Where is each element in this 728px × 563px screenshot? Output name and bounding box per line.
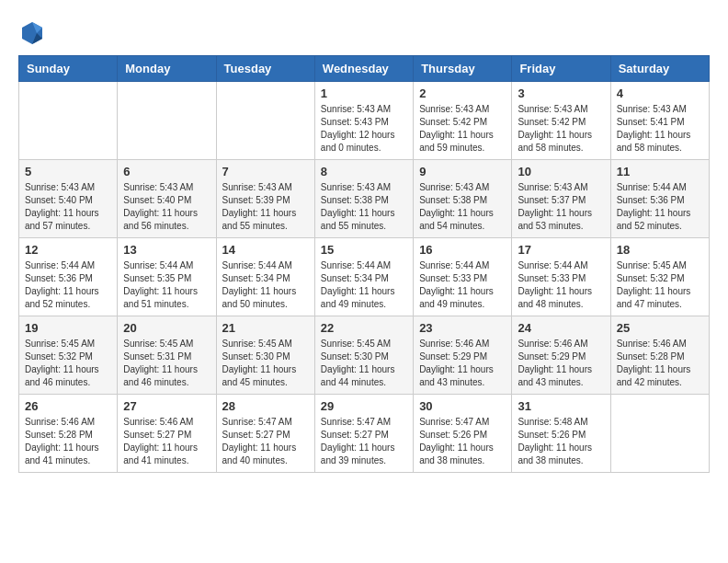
calendar-cell: 30Sunrise: 5:47 AM Sunset: 5:26 PM Dayli… — [414, 395, 512, 473]
day-number: 11 — [617, 165, 703, 178]
calendar-cell — [19, 82, 118, 160]
calendar-week-row: 12Sunrise: 5:44 AM Sunset: 5:36 PM Dayli… — [19, 238, 710, 316]
day-number: 12 — [25, 243, 111, 257]
day-number: 24 — [518, 321, 604, 335]
calendar-cell: 27Sunrise: 5:46 AM Sunset: 5:27 PM Dayli… — [118, 395, 216, 473]
weekday-header: Wednesday — [314, 56, 413, 82]
weekday-header: Sunday — [19, 56, 118, 82]
day-number: 20 — [123, 321, 210, 335]
day-number: 31 — [518, 399, 604, 413]
day-number: 1 — [321, 86, 407, 100]
calendar-cell: 20Sunrise: 5:45 AM Sunset: 5:31 PM Dayli… — [118, 316, 216, 395]
day-info: Sunrise: 5:44 AM Sunset: 5:34 PM Dayligh… — [222, 259, 309, 311]
day-info: Sunrise: 5:44 AM Sunset: 5:34 PM Dayligh… — [321, 259, 407, 311]
weekday-header: Saturday — [610, 56, 709, 82]
weekday-header: Monday — [118, 56, 216, 82]
day-number: 29 — [321, 399, 407, 413]
day-info: Sunrise: 5:48 AM Sunset: 5:26 PM Dayligh… — [518, 416, 604, 467]
calendar-cell: 19Sunrise: 5:45 AM Sunset: 5:32 PM Dayli… — [19, 316, 118, 395]
svg-marker-0 — [22, 22, 42, 44]
calendar-cell: 29Sunrise: 5:47 AM Sunset: 5:27 PM Dayli… — [314, 395, 413, 473]
calendar-cell: 26Sunrise: 5:46 AM Sunset: 5:28 PM Dayli… — [19, 395, 118, 473]
calendar-cell: 8Sunrise: 5:43 AM Sunset: 5:38 PM Daylig… — [314, 160, 413, 238]
calendar-week-row: 5Sunrise: 5:43 AM Sunset: 5:40 PM Daylig… — [19, 160, 710, 238]
calendar-cell: 3Sunrise: 5:43 AM Sunset: 5:42 PM Daylig… — [512, 82, 610, 160]
weekday-header: Friday — [512, 56, 610, 82]
day-number: 30 — [419, 399, 506, 413]
day-info: Sunrise: 5:43 AM Sunset: 5:40 PM Dayligh… — [25, 181, 111, 233]
calendar-header-row: SundayMondayTuesdayWednesdayThursdayFrid… — [19, 56, 710, 82]
calendar-cell: 24Sunrise: 5:46 AM Sunset: 5:29 PM Dayli… — [512, 316, 610, 395]
calendar-table: SundayMondayTuesdayWednesdayThursdayFrid… — [18, 55, 710, 473]
calendar-week-row: 1Sunrise: 5:43 AM Sunset: 5:43 PM Daylig… — [19, 82, 710, 160]
day-number: 5 — [25, 165, 111, 178]
day-number: 10 — [518, 165, 604, 178]
weekday-header: Tuesday — [216, 56, 314, 82]
day-number: 3 — [518, 86, 604, 100]
day-number: 13 — [123, 243, 210, 257]
day-info: Sunrise: 5:43 AM Sunset: 5:41 PM Dayligh… — [617, 103, 703, 155]
calendar-cell: 28Sunrise: 5:47 AM Sunset: 5:27 PM Dayli… — [216, 395, 314, 473]
day-number: 7 — [222, 165, 309, 178]
calendar-cell: 31Sunrise: 5:48 AM Sunset: 5:26 PM Dayli… — [512, 395, 610, 473]
day-number: 14 — [222, 243, 309, 257]
calendar-cell: 9Sunrise: 5:43 AM Sunset: 5:38 PM Daylig… — [414, 160, 512, 238]
day-number: 25 — [617, 321, 703, 335]
calendar-cell: 1Sunrise: 5:43 AM Sunset: 5:43 PM Daylig… — [314, 82, 413, 160]
logo-icon — [18, 18, 46, 46]
calendar-cell — [610, 395, 709, 473]
calendar-cell: 11Sunrise: 5:44 AM Sunset: 5:36 PM Dayli… — [610, 160, 709, 238]
calendar-cell: 17Sunrise: 5:44 AM Sunset: 5:33 PM Dayli… — [512, 238, 610, 316]
day-number: 21 — [222, 321, 309, 335]
day-number: 15 — [321, 243, 407, 257]
calendar-cell: 12Sunrise: 5:44 AM Sunset: 5:36 PM Dayli… — [19, 238, 118, 316]
weekday-header: Thursday — [414, 56, 512, 82]
day-info: Sunrise: 5:45 AM Sunset: 5:32 PM Dayligh… — [617, 259, 703, 311]
day-number: 9 — [419, 165, 506, 178]
calendar-week-row: 19Sunrise: 5:45 AM Sunset: 5:32 PM Dayli… — [19, 316, 710, 395]
calendar-cell: 13Sunrise: 5:44 AM Sunset: 5:35 PM Dayli… — [118, 238, 216, 316]
day-info: Sunrise: 5:45 AM Sunset: 5:30 PM Dayligh… — [222, 338, 309, 389]
calendar-cell: 25Sunrise: 5:46 AM Sunset: 5:28 PM Dayli… — [610, 316, 709, 395]
day-number: 17 — [518, 243, 604, 257]
day-number: 8 — [321, 165, 407, 178]
calendar-cell: 6Sunrise: 5:43 AM Sunset: 5:40 PM Daylig… — [118, 160, 216, 238]
day-info: Sunrise: 5:44 AM Sunset: 5:36 PM Dayligh… — [617, 181, 703, 233]
day-info: Sunrise: 5:47 AM Sunset: 5:27 PM Dayligh… — [222, 416, 309, 467]
day-info: Sunrise: 5:43 AM Sunset: 5:42 PM Dayligh… — [518, 103, 604, 155]
calendar-cell: 5Sunrise: 5:43 AM Sunset: 5:40 PM Daylig… — [19, 160, 118, 238]
calendar-cell — [216, 82, 314, 160]
calendar-cell: 2Sunrise: 5:43 AM Sunset: 5:42 PM Daylig… — [414, 82, 512, 160]
calendar-cell: 14Sunrise: 5:44 AM Sunset: 5:34 PM Dayli… — [216, 238, 314, 316]
day-info: Sunrise: 5:43 AM Sunset: 5:42 PM Dayligh… — [419, 103, 506, 155]
day-number: 16 — [419, 243, 506, 257]
day-info: Sunrise: 5:45 AM Sunset: 5:32 PM Dayligh… — [25, 338, 111, 389]
day-info: Sunrise: 5:43 AM Sunset: 5:38 PM Dayligh… — [321, 181, 407, 233]
day-info: Sunrise: 5:46 AM Sunset: 5:29 PM Dayligh… — [419, 338, 506, 389]
day-number: 6 — [123, 165, 210, 178]
day-info: Sunrise: 5:43 AM Sunset: 5:37 PM Dayligh… — [518, 181, 604, 233]
day-number: 26 — [25, 399, 111, 413]
calendar-cell: 22Sunrise: 5:45 AM Sunset: 5:30 PM Dayli… — [314, 316, 413, 395]
calendar-cell — [118, 82, 216, 160]
calendar-cell: 18Sunrise: 5:45 AM Sunset: 5:32 PM Dayli… — [610, 238, 709, 316]
day-info: Sunrise: 5:43 AM Sunset: 5:43 PM Dayligh… — [321, 103, 407, 155]
day-number: 18 — [617, 243, 703, 257]
day-info: Sunrise: 5:43 AM Sunset: 5:39 PM Dayligh… — [222, 181, 309, 233]
day-number: 2 — [419, 86, 506, 100]
day-info: Sunrise: 5:43 AM Sunset: 5:38 PM Dayligh… — [419, 181, 506, 233]
calendar-cell: 15Sunrise: 5:44 AM Sunset: 5:34 PM Dayli… — [314, 238, 413, 316]
calendar-cell: 4Sunrise: 5:43 AM Sunset: 5:41 PM Daylig… — [610, 82, 709, 160]
calendar-cell: 7Sunrise: 5:43 AM Sunset: 5:39 PM Daylig… — [216, 160, 314, 238]
day-info: Sunrise: 5:43 AM Sunset: 5:40 PM Dayligh… — [123, 181, 210, 233]
day-number: 27 — [123, 399, 210, 413]
logo — [18, 18, 50, 46]
day-number: 22 — [321, 321, 407, 335]
day-info: Sunrise: 5:46 AM Sunset: 5:28 PM Dayligh… — [25, 416, 111, 467]
day-info: Sunrise: 5:46 AM Sunset: 5:27 PM Dayligh… — [123, 416, 210, 467]
day-number: 19 — [25, 321, 111, 335]
day-info: Sunrise: 5:44 AM Sunset: 5:36 PM Dayligh… — [25, 259, 111, 311]
day-number: 28 — [222, 399, 309, 413]
day-info: Sunrise: 5:47 AM Sunset: 5:26 PM Dayligh… — [419, 416, 506, 467]
calendar-week-row: 26Sunrise: 5:46 AM Sunset: 5:28 PM Dayli… — [19, 395, 710, 473]
